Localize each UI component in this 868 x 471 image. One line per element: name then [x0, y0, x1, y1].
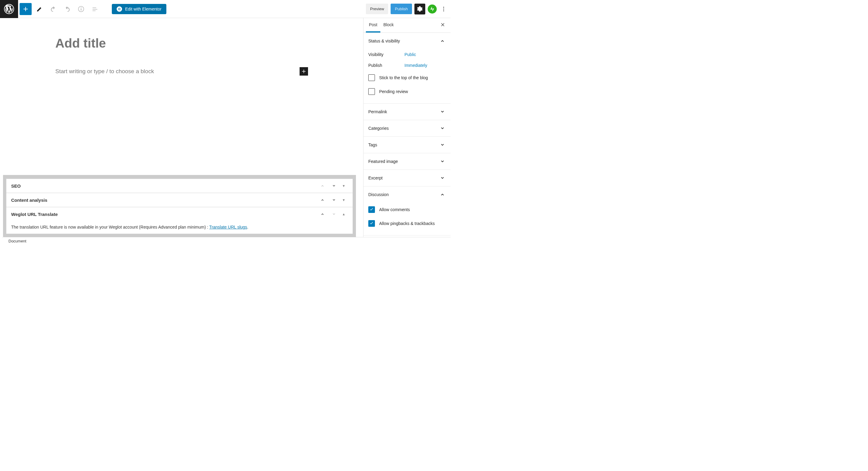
settings-sidebar: Post Block Status & visibility Visibilit… [363, 18, 451, 237]
wordpress-logo[interactable] [0, 0, 18, 18]
gear-icon [416, 6, 423, 12]
undo-icon [50, 5, 57, 13]
preview-button[interactable]: Preview [366, 4, 388, 14]
chevron-up-icon [320, 211, 325, 217]
svg-point-5 [443, 8, 444, 9]
checkbox-comments[interactable]: Allow comments [368, 203, 446, 216]
panel-status-header[interactable]: Status & visibility [364, 33, 451, 49]
toggle-button[interactable]: ▲ [340, 212, 348, 216]
panel-categories-title: Categories [368, 126, 389, 131]
panel-excerpt-header[interactable]: Excerpt [364, 170, 451, 186]
editor-canvas: Start writing or type / to choose a bloc… [0, 18, 363, 237]
panel-tags-header[interactable]: Tags [364, 137, 451, 153]
block-row: Start writing or type / to choose a bloc… [56, 67, 308, 76]
panel-status: Status & visibility Visibility Public Pu… [364, 33, 451, 104]
breadcrumb-document[interactable]: Document [8, 239, 26, 243]
edit-with-elementor-button[interactable]: Edit with Elementor [112, 4, 166, 14]
chevron-up-icon [439, 38, 446, 44]
toolbar-right: Preview Publish [366, 4, 451, 14]
toggle-button[interactable]: ▼ [340, 184, 348, 188]
metabox-content-analysis: Content analysis ▼ [6, 193, 353, 207]
weglot-translate-link[interactable]: Translate URL slugs [209, 225, 247, 230]
sidebar-tabs: Post Block [364, 18, 451, 33]
move-down-button[interactable] [328, 197, 340, 203]
editor-content: Start writing or type / to choose a bloc… [51, 36, 313, 76]
panel-status-title: Status & visibility [368, 38, 400, 43]
checkbox-pending[interactable]: Pending review [368, 85, 446, 99]
plus-icon [22, 5, 29, 13]
add-block-button[interactable] [20, 3, 32, 15]
wordpress-icon [4, 4, 14, 14]
move-down-button[interactable] [328, 183, 340, 189]
panel-excerpt-title: Excerpt [368, 175, 382, 180]
panel-tags: Tags [364, 137, 451, 153]
close-icon [440, 22, 445, 27]
visibility-label: Visibility [368, 52, 404, 57]
svg-point-6 [443, 10, 444, 11]
move-up-button[interactable] [317, 183, 328, 189]
panel-categories-header[interactable]: Categories [364, 120, 451, 136]
row-publish: Publish Immediately [368, 60, 446, 71]
tab-block[interactable]: Block [380, 18, 397, 33]
redo-button[interactable] [61, 3, 73, 15]
move-up-button[interactable] [317, 197, 328, 203]
svg-point-4 [443, 7, 444, 7]
add-block-inline-button[interactable] [300, 67, 308, 76]
pencil-icon [36, 5, 43, 13]
chevron-down-icon [331, 211, 337, 217]
sticky-label: Stick to the top of the blog [379, 75, 428, 80]
metabox-content-analysis-title: Content analysis [11, 198, 47, 203]
checkbox-sticky[interactable]: Stick to the top of the blog [368, 71, 446, 85]
panel-discussion-header[interactable]: Discussion [364, 187, 451, 203]
visibility-value[interactable]: Public [404, 52, 416, 57]
tab-post[interactable]: Post [366, 18, 380, 33]
move-down-button[interactable] [328, 211, 340, 217]
metabox-weglot-header[interactable]: Weglot URL Translate ▲ [6, 207, 352, 221]
chevron-up-icon [439, 191, 446, 198]
checkbox[interactable] [368, 74, 375, 81]
undo-button[interactable] [47, 3, 59, 15]
metabox-weglot-title: Weglot URL Translate [11, 212, 58, 217]
close-sidebar-button[interactable] [437, 19, 448, 31]
main-area: Start writing or type / to choose a bloc… [0, 18, 451, 237]
metabox-content-analysis-header[interactable]: Content analysis ▼ [6, 193, 352, 207]
top-toolbar: Edit with Elementor Preview Publish [0, 0, 451, 18]
more-options-button[interactable] [439, 4, 448, 14]
checkbox-pingbacks[interactable]: Allow pingbacks & trackbacks [368, 216, 446, 230]
info-icon [78, 5, 85, 13]
svg-rect-3 [81, 7, 82, 8]
info-button[interactable] [75, 3, 87, 15]
move-up-button[interactable] [317, 211, 328, 217]
block-placeholder[interactable]: Start writing or type / to choose a bloc… [56, 68, 154, 75]
toggle-button[interactable]: ▼ [340, 198, 348, 202]
toolbar-left: Edit with Elementor [18, 3, 166, 15]
panel-featured-title: Featured image [368, 159, 398, 164]
panel-featured-header[interactable]: Featured image [364, 153, 451, 170]
settings-button[interactable] [414, 4, 425, 14]
panel-tags-title: Tags [368, 142, 377, 147]
metabox-seo: SEO ▼ [6, 178, 353, 193]
panel-discussion: Discussion Allow comments Allow pingback… [364, 187, 451, 236]
pingbacks-label: Allow pingbacks & trackbacks [379, 221, 435, 226]
svg-rect-2 [81, 8, 82, 10]
checkbox[interactable] [368, 206, 375, 213]
publish-value[interactable]: Immediately [404, 63, 427, 68]
publish-button[interactable]: Publish [391, 4, 412, 14]
edit-mode-button[interactable] [33, 3, 45, 15]
checkbox[interactable] [368, 220, 375, 227]
metabox-seo-header[interactable]: SEO ▼ [6, 179, 352, 193]
weglot-text-before: The translation URL feature is now avail… [11, 225, 209, 230]
checkbox[interactable] [368, 88, 375, 95]
jetpack-button[interactable] [428, 4, 437, 13]
pending-label: Pending review [379, 89, 408, 94]
chevron-up-icon [320, 197, 325, 203]
panel-permalink-header[interactable]: Permalink [364, 104, 451, 120]
outline-button[interactable] [89, 3, 101, 15]
chevron-down-icon [439, 158, 446, 165]
publish-label: Publish [368, 63, 404, 68]
chevron-down-icon [331, 183, 337, 189]
weglot-text-after: . [247, 225, 248, 230]
panel-excerpt: Excerpt [364, 170, 451, 187]
chevron-up-icon [320, 183, 325, 189]
post-title-input[interactable] [56, 36, 308, 51]
